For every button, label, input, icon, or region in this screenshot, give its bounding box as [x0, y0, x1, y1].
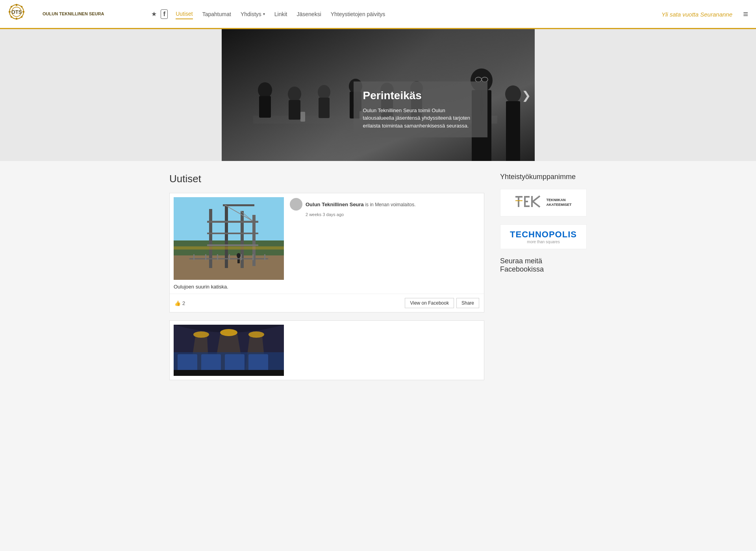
hero-title: Perinteikäs — [363, 89, 478, 102]
tek-logo: TEKNIIKANAKATEEMISET — [515, 194, 572, 211]
like-number: 2 — [182, 300, 185, 306]
svg-rect-78 — [515, 200, 523, 201]
author-location: is in Menan voimalaitos. — [365, 202, 415, 207]
svg-line-80 — [533, 196, 540, 202]
social-icons: ★ f — [151, 9, 168, 19]
nav-linkit[interactable]: Linkit — [274, 9, 287, 19]
nav-yhteystiedot[interactable]: Yhteystietojen päivitys — [331, 9, 385, 19]
right-column: Yhteistyökumppanimme — [500, 173, 587, 380]
svg-rect-3 — [16, 18, 17, 20]
svg-rect-75 — [524, 196, 530, 198]
logo-area: OTS OULUN TEKNILLINEN SEURA — [8, 3, 104, 25]
hero-container: Perinteikäs Oulun Teknillinen Seura toim… — [0, 29, 756, 161]
news-card-1: Oulun Teknillinen Seura is in Menan voim… — [169, 193, 484, 312]
svg-rect-48 — [223, 204, 254, 206]
uutiset-heading: Uutiset — [169, 173, 484, 185]
hamburger-menu[interactable]: ≡ — [743, 9, 748, 19]
svg-rect-14 — [259, 96, 271, 118]
left-column: Uutiset — [169, 173, 484, 380]
svg-rect-46 — [207, 233, 258, 234]
tagline: Yli sata vuotta Seurananne — [662, 11, 732, 17]
hero-image: Perinteikäs Oulun Teknillinen Seura toim… — [222, 29, 535, 161]
svg-line-81 — [533, 202, 540, 207]
technopolis-name: TECHNOPOLIS — [510, 229, 577, 240]
svg-rect-60 — [252, 254, 254, 260]
svg-rect-2 — [16, 4, 17, 6]
svg-rect-57 — [217, 254, 218, 260]
svg-rect-70 — [248, 354, 268, 372]
svg-point-13 — [258, 82, 272, 98]
svg-rect-69 — [225, 354, 245, 372]
svg-text:OTS: OTS — [11, 9, 22, 15]
post-time: 2 weeks 3 days ago — [306, 212, 478, 217]
svg-rect-77 — [524, 205, 530, 207]
main-content: Uutiset — [161, 161, 595, 392]
svg-rect-31 — [506, 101, 520, 161]
facebook-heading: Seuraa meitä Facebookissa — [500, 257, 587, 274]
hero-next-arrow[interactable]: ❯ — [522, 89, 531, 102]
logo-text: OULUN TEKNILLINEN SEURA — [43, 11, 104, 17]
like-count: 👍 2 — [174, 300, 185, 306]
svg-point-17 — [318, 85, 330, 99]
svg-point-51 — [237, 253, 241, 258]
technopolis-partner-logo[interactable]: TECHNOPOLIS more than squares — [500, 224, 587, 249]
news-footer: 👍 2 View on Facebook Share — [170, 294, 484, 312]
svg-rect-34 — [300, 112, 305, 122]
nav-tapahtumat[interactable]: Tapahtumat — [202, 9, 231, 19]
technopolis-logo: TECHNOPOLIS more than squares — [510, 229, 577, 244]
svg-rect-73 — [518, 196, 519, 207]
svg-point-15 — [288, 87, 301, 102]
svg-point-30 — [505, 85, 521, 103]
svg-rect-55 — [193, 254, 195, 260]
nav-uutiset[interactable]: Uutiset — [176, 9, 193, 19]
news-image-1 — [174, 197, 284, 280]
svg-rect-53 — [174, 246, 284, 250]
tek-subtitle: TEKNIIKANAKATEEMISET — [547, 198, 572, 207]
hero-overlay: Perinteikäs Oulun Teknillinen Seura toim… — [354, 81, 487, 138]
svg-rect-59 — [241, 254, 242, 260]
partners-heading: Yhteistyökumppanimme — [500, 173, 587, 181]
fb-action-buttons: View on Facebook Share — [405, 298, 479, 308]
svg-rect-68 — [201, 354, 221, 372]
svg-rect-45 — [207, 221, 258, 223]
technopolis-tagline: more than squares — [510, 240, 577, 244]
logo-icon[interactable]: OTS — [8, 3, 39, 25]
svg-rect-4 — [9, 11, 11, 13]
nav-menu: Uutiset Tapahtumat Yhdistys ▾ Linkit Jäs… — [176, 9, 385, 19]
nav-jaseneksi[interactable]: Jäseneksi — [296, 9, 321, 19]
svg-rect-58 — [229, 254, 230, 260]
news-image-2 — [174, 325, 284, 376]
svg-rect-18 — [319, 98, 330, 118]
rss-icon[interactable]: ★ — [151, 10, 157, 18]
post-text: Oulujoen suurin katiska. — [170, 284, 484, 294]
svg-rect-56 — [205, 254, 206, 260]
facebook-icon[interactable]: f — [161, 9, 168, 19]
svg-rect-61 — [264, 254, 265, 260]
share-button[interactable]: Share — [456, 298, 479, 308]
svg-rect-79 — [531, 196, 533, 207]
svg-rect-5 — [22, 11, 24, 13]
tek-partner-logo[interactable]: TEKNIIKANAKATEEMISET — [500, 189, 587, 216]
author-avatar — [290, 198, 302, 211]
author-row: Oulun Teknillinen Seura is in Menan voim… — [290, 198, 478, 211]
news-card-2 — [169, 320, 484, 380]
svg-rect-67 — [178, 354, 197, 372]
nav-yhdistys[interactable]: Yhdistys ▾ — [241, 9, 265, 19]
author-name: Oulun Teknillinen Seura is in Menan voim… — [306, 202, 416, 207]
svg-rect-71 — [174, 370, 284, 376]
svg-rect-76 — [524, 201, 528, 202]
svg-rect-47 — [207, 244, 258, 246]
view-on-facebook-button[interactable]: View on Facebook — [405, 298, 454, 308]
header: OTS OULUN TEKNILLINEN SEURA ★ f Uutiset … — [0, 0, 756, 29]
thumbs-up-icon: 👍 — [174, 300, 181, 306]
hero-description: Oulun Teknillinen Seura toimii Oulun tal… — [363, 107, 478, 130]
svg-rect-16 — [289, 100, 300, 120]
